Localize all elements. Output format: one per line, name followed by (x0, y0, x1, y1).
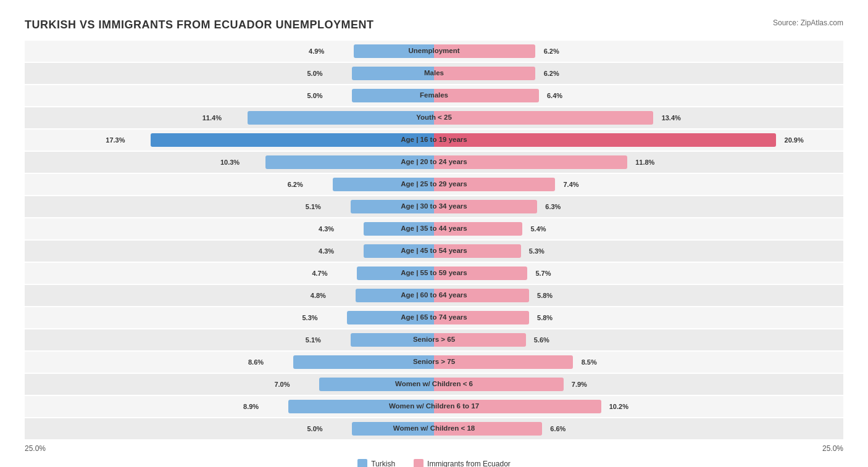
chart-row: Women w/ Children 6 to 178.9%10.2% (25, 396, 843, 417)
value-left: 4.7% (312, 270, 327, 277)
row-label: Age | 60 to 64 years (401, 291, 467, 299)
chart-row: Unemployment4.9%6.2% (25, 41, 843, 62)
value-right: 6.2% (544, 48, 559, 55)
axis-right: 25.0% (822, 444, 843, 453)
value-left: 4.3% (319, 225, 334, 233)
legend-ecuador-box (414, 459, 424, 467)
legend-turkish-box (357, 459, 367, 467)
value-left: 5.1% (306, 336, 321, 344)
chart-container: TURKISH VS IMMIGRANTS FROM ECUADOR UNEMP… (12, 12, 856, 467)
value-right: 7.4% (564, 181, 579, 188)
value-right: 13.4% (662, 114, 681, 122)
chart-row: Seniors > 758.6%8.5% (25, 352, 843, 373)
value-right: 6.2% (544, 70, 559, 77)
chart-row: Males5.0%6.2% (25, 63, 843, 84)
value-left: 4.8% (311, 292, 326, 299)
value-left: 4.3% (319, 247, 334, 255)
legend: Turkish Immigrants from Ecuador (25, 459, 843, 467)
value-right: 5.7% (535, 270, 551, 277)
row-label: Age | 20 to 24 years (401, 158, 467, 165)
value-left: 5.0% (307, 92, 322, 99)
chart-row: Age | 30 to 34 years5.1%6.3% (25, 196, 843, 217)
chart-row: Age | 55 to 59 years4.7%5.7% (25, 263, 843, 284)
value-right: 5.8% (537, 292, 553, 299)
chart-body: Unemployment4.9%6.2%Males5.0%6.2%Females… (25, 41, 843, 439)
legend-turkish-label: Turkish (371, 460, 395, 467)
value-right: 20.9% (785, 136, 804, 144)
value-right: 7.9% (572, 381, 587, 388)
value-left: 8.9% (243, 403, 259, 410)
chart-row: Age | 25 to 29 years6.2%7.4% (25, 174, 843, 195)
bar-turkish (352, 67, 434, 80)
row-label: Seniors > 75 (413, 358, 455, 365)
chart-row: Seniors > 655.1%5.6% (25, 329, 843, 350)
row-label: Males (424, 69, 444, 76)
value-left: 11.4% (202, 114, 222, 122)
value-left: 17.3% (106, 136, 125, 144)
row-label: Women w/ Children < 6 (395, 380, 473, 387)
row-label: Women w/ Children < 18 (393, 424, 475, 432)
row-label: Age | 30 to 34 years (401, 202, 467, 210)
row-label: Age | 45 to 54 years (401, 247, 467, 254)
axis-row: 25.0% 25.0% (25, 444, 843, 453)
value-right: 5.4% (530, 225, 546, 233)
chart-row: Youth < 2511.4%13.4% (25, 107, 843, 128)
row-label: Women w/ Children 6 to 17 (389, 402, 479, 410)
value-left: 8.6% (248, 358, 264, 366)
row-label: Age | 65 to 74 years (401, 313, 467, 321)
chart-row: Age | 65 to 74 years5.3%5.8% (25, 307, 843, 328)
row-label: Age | 25 to 29 years (401, 180, 467, 188)
value-left: 10.3% (220, 159, 240, 166)
chart-title: TURKISH VS IMMIGRANTS FROM ECUADOR UNEMP… (25, 19, 374, 31)
row-label: Age | 55 to 59 years (401, 269, 467, 276)
value-right: 5.3% (529, 247, 545, 255)
axis-left: 25.0% (25, 444, 46, 453)
value-left: 5.0% (307, 70, 322, 77)
value-right: 8.5% (582, 358, 597, 366)
value-left: 4.9% (309, 48, 324, 55)
legend-ecuador-label: Immigrants from Ecuador (427, 460, 511, 467)
value-right: 6.4% (547, 92, 562, 99)
value-right: 5.6% (534, 336, 549, 344)
row-label: Age | 16 to 19 years (401, 136, 467, 143)
value-left: 5.1% (306, 203, 321, 210)
value-right: 10.2% (609, 403, 628, 410)
row-label: Seniors > 65 (413, 336, 455, 343)
row-label: Age | 35 to 44 years (401, 225, 467, 232)
chart-row: Age | 35 to 44 years4.3%5.4% (25, 218, 843, 239)
row-label: Females (420, 91, 448, 99)
bar-turkish (248, 111, 434, 125)
value-right: 6.3% (545, 203, 561, 210)
value-left: 5.0% (307, 425, 322, 432)
legend-ecuador: Immigrants from Ecuador (414, 459, 511, 467)
chart-row: Age | 45 to 54 years4.3%5.3% (25, 241, 843, 262)
chart-row: Females5.0%6.4% (25, 85, 843, 106)
chart-row: Women w/ Children < 185.0%6.6% (25, 418, 843, 439)
value-right: 11.8% (635, 159, 654, 166)
value-left: 6.2% (288, 181, 303, 188)
bar-ecuador (434, 67, 535, 80)
bar-turkish (151, 133, 434, 147)
chart-source: Source: ZipAtlas.com (773, 19, 843, 27)
value-right: 6.6% (550, 425, 565, 432)
chart-row: Age | 60 to 64 years4.8%5.8% (25, 285, 843, 306)
chart-header: TURKISH VS IMMIGRANTS FROM ECUADOR UNEMP… (25, 19, 843, 31)
bar-ecuador (434, 89, 539, 102)
chart-row: Age | 16 to 19 years17.3%20.9% (25, 130, 843, 151)
chart-row: Women w/ Children < 67.0%7.9% (25, 374, 843, 395)
chart-row: Age | 20 to 24 years10.3%11.8% (25, 152, 843, 173)
legend-turkish: Turkish (357, 459, 395, 467)
value-left: 5.3% (303, 314, 318, 321)
value-left: 7.0% (274, 381, 290, 388)
row-label: Youth < 25 (416, 114, 452, 121)
bar-ecuador (434, 133, 776, 147)
row-label: Unemployment (408, 47, 459, 54)
value-right: 5.8% (537, 314, 553, 321)
bar-ecuador (434, 111, 653, 125)
